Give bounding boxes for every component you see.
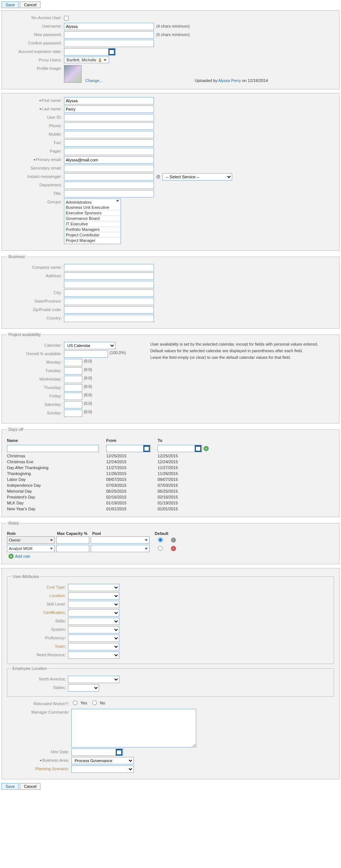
- add-icon[interactable]: +: [204, 446, 209, 451]
- sat-input[interactable]: [64, 401, 82, 408]
- business-panel: Business Company name: Address: City: St…: [1, 254, 340, 329]
- country-input[interactable]: [64, 315, 154, 322]
- last-input[interactable]: [64, 106, 154, 113]
- sun-input[interactable]: [64, 410, 82, 417]
- hire-date-input[interactable]: [72, 749, 116, 756]
- daysoff-to-date[interactable]: [158, 445, 202, 452]
- first-input[interactable]: [64, 97, 154, 104]
- group-item[interactable]: Project Manager: [65, 238, 120, 243]
- expiry-date-field[interactable]: [64, 48, 116, 56]
- cost-select[interactable]: [68, 584, 119, 591]
- daysoff-to: 09/07/2015: [158, 477, 209, 482]
- plan-select[interactable]: [71, 765, 134, 773]
- default-radio[interactable]: [158, 537, 163, 542]
- reloc-yes-radio[interactable]: [73, 700, 78, 705]
- availability-legend: Project availability: [7, 332, 42, 337]
- zip-label: Zip/Postal code:: [7, 306, 64, 312]
- role-select[interactable]: Analyst MGR: [7, 545, 55, 552]
- newpass-input[interactable]: [64, 31, 154, 39]
- team-select[interactable]: [68, 643, 119, 650]
- ba-select[interactable]: Process Governance: [71, 757, 134, 764]
- group-item[interactable]: Executive Sponsors: [65, 210, 120, 216]
- capacity-input[interactable]: [56, 545, 89, 552]
- save-button[interactable]: Save: [1, 1, 19, 8]
- change-image-link[interactable]: Change...: [85, 78, 103, 83]
- username-hint: (4 chars minimum): [156, 23, 190, 28]
- skills-select[interactable]: [68, 618, 119, 625]
- phone-input[interactable]: [64, 122, 154, 130]
- need-select[interactable]: [68, 651, 119, 659]
- tue-input[interactable]: [64, 367, 82, 375]
- daysoff-from-input[interactable]: [107, 445, 143, 452]
- uploaded-user-link[interactable]: Alyssa Perry: [218, 78, 241, 83]
- mobile-input[interactable]: [64, 131, 154, 138]
- pemail-input[interactable]: [64, 156, 154, 164]
- cert-select[interactable]: [68, 609, 119, 617]
- skill-select[interactable]: [68, 601, 119, 608]
- system-select[interactable]: [68, 626, 119, 633]
- add-role-link[interactable]: Add role: [15, 554, 30, 558]
- zip-input[interactable]: [64, 306, 154, 314]
- pool-select[interactable]: [91, 545, 150, 552]
- save-button-bottom[interactable]: Save: [1, 783, 19, 790]
- fax-input[interactable]: [64, 139, 154, 147]
- calendar-icon[interactable]: [116, 749, 122, 756]
- daysoff-name-input[interactable]: [7, 445, 99, 452]
- cancel-button-bottom[interactable]: Cancel: [20, 783, 40, 790]
- mon-input[interactable]: [64, 359, 82, 366]
- groups-select[interactable]: Administrators Business Unit ExecutiveEx…: [64, 199, 121, 244]
- mgr-comments-textarea[interactable]: [71, 709, 196, 747]
- default-radio[interactable]: [158, 546, 163, 551]
- im-input[interactable]: [64, 173, 154, 181]
- address2-input[interactable]: [64, 281, 154, 288]
- group-item[interactable]: Project Contributer: [65, 232, 120, 238]
- username-input[interactable]: [64, 23, 154, 30]
- daysoff-to-input[interactable]: [158, 445, 195, 452]
- noaccess-checkbox[interactable]: [64, 16, 69, 21]
- company-input[interactable]: [64, 264, 154, 271]
- title-input[interactable]: [64, 190, 154, 197]
- daysoff-from-date[interactable]: [106, 445, 151, 452]
- city-input[interactable]: [64, 289, 154, 297]
- role-select[interactable]: Owner: [7, 536, 55, 544]
- proxy-user-selector[interactable]: Bartlett, Michelle: [64, 57, 109, 63]
- daysoff-name: Christmas: [7, 454, 106, 458]
- daysoff-from: 12/24/2015: [106, 460, 158, 464]
- group-item[interactable]: Portfolio Managers: [65, 227, 120, 232]
- group-item[interactable]: Business Unit Executive: [65, 205, 120, 210]
- confirm-input[interactable]: [64, 40, 154, 47]
- fri-input[interactable]: [64, 393, 82, 400]
- capacity-input[interactable]: [56, 536, 89, 544]
- add-icon[interactable]: +: [8, 554, 14, 559]
- calendar-icon[interactable]: [195, 445, 201, 452]
- state-input[interactable]: [64, 298, 154, 305]
- thu-input[interactable]: [64, 384, 82, 392]
- loc-select[interactable]: [68, 592, 119, 600]
- prof-select[interactable]: [68, 635, 119, 642]
- address1-input[interactable]: [64, 272, 154, 280]
- calendar-icon[interactable]: [143, 445, 150, 452]
- overall-input[interactable]: [64, 350, 108, 358]
- cancel-button[interactable]: Cancel: [20, 1, 40, 8]
- calendar-icon[interactable]: [108, 49, 115, 55]
- sun-label: Sunday:: [7, 410, 64, 415]
- na-select[interactable]: [68, 676, 119, 683]
- expiry-date-input[interactable]: [64, 49, 108, 55]
- group-item[interactable]: IT Executive: [65, 221, 120, 227]
- daysoff-to: 02/16/2015: [158, 495, 209, 499]
- daysoff-from: 01/01/2015: [106, 507, 158, 511]
- wed-input[interactable]: [64, 376, 82, 383]
- states-select[interactable]: [68, 684, 99, 692]
- uid-input[interactable]: [64, 114, 154, 121]
- reloc-no-radio[interactable]: [92, 700, 97, 705]
- business-legend: Business: [7, 254, 26, 259]
- pager-input[interactable]: [64, 148, 154, 155]
- hire-date-field[interactable]: [71, 749, 123, 756]
- im-service-select[interactable]: -- Select Service --: [162, 173, 232, 181]
- semail-input[interactable]: [64, 165, 154, 172]
- pool-select[interactable]: [91, 536, 150, 544]
- calendar-select[interactable]: US Calendar: [64, 342, 115, 349]
- delete-icon[interactable]: −: [171, 546, 176, 551]
- dept-input[interactable]: [64, 182, 154, 189]
- group-item[interactable]: Governance Board: [65, 216, 120, 221]
